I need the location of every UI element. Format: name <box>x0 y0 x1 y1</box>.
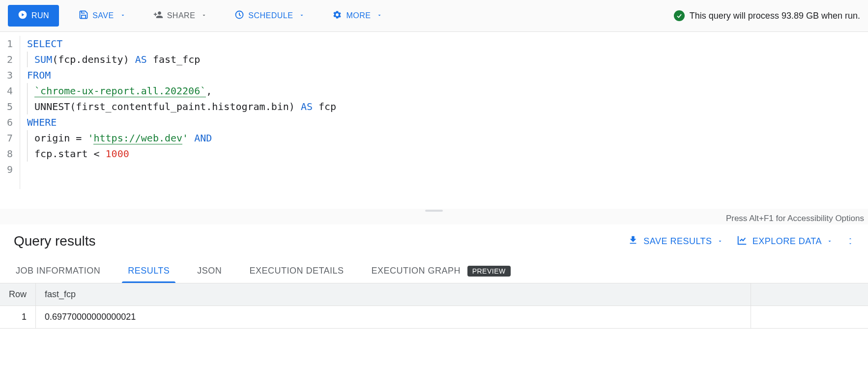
explore-data-label: EXPLORE DATA <box>752 236 822 247</box>
schedule-label: SCHEDULE <box>248 11 293 20</box>
table-header-cell: fast_fcp <box>36 283 751 306</box>
chevron-down-icon <box>827 236 833 247</box>
code-line: WHERE <box>27 114 868 130</box>
check-circle-icon <box>674 10 685 21</box>
more-button[interactable]: MORE <box>324 6 390 26</box>
query-status: This query will process 93.89 GB when ru… <box>674 10 860 21</box>
result-table: Rowfast_fcp 10.69770000000000021 <box>0 283 868 329</box>
run-button[interactable]: RUN <box>8 5 59 27</box>
chevron-down-icon <box>376 11 382 20</box>
explore-data-button[interactable]: EXPLORE DATA <box>737 235 833 248</box>
code-line: UNNEST(first_contentful_paint.histogram.… <box>27 99 868 114</box>
run-label: RUN <box>31 11 49 20</box>
line-gutter: 123456789 <box>0 36 20 189</box>
download-icon <box>628 235 638 248</box>
chevron-down-icon <box>201 11 207 20</box>
tab-job-information[interactable]: JOB INFORMATION <box>14 258 102 283</box>
person-add-icon <box>153 10 163 22</box>
code-line: origin = 'https://web.dev' AND <box>27 130 868 146</box>
table-header-row: Rowfast_fcp <box>0 283 868 306</box>
tab-execution-details[interactable]: EXECUTION DETAILS <box>247 258 346 283</box>
tab-execution-graph[interactable]: EXECUTION GRAPH PREVIEW <box>370 258 513 283</box>
save-button[interactable]: SAVE <box>71 6 134 26</box>
code-line: SUM(fcp.density) AS fast_fcp <box>27 52 868 67</box>
share-button[interactable]: SHARE <box>145 6 215 26</box>
table-body: 10.69770000000000021 <box>0 306 868 329</box>
save-results-button[interactable]: SAVE RESULTS <box>628 235 723 248</box>
toolbar: RUN SAVE SHARE SCHEDULE MORE <box>0 0 868 32</box>
code-line: fcp.start < 1000 <box>27 146 868 162</box>
chart-icon <box>737 235 748 248</box>
preview-badge: PREVIEW <box>467 266 511 277</box>
results-title: Query results <box>14 233 614 249</box>
gear-icon <box>332 10 342 22</box>
save-icon <box>79 10 88 22</box>
table-row: 10.69770000000000021 <box>0 306 868 329</box>
code-line: FROM <box>27 67 868 83</box>
code-line: `chrome-ux-report.all.202206`, <box>27 83 868 99</box>
pane-resize-handle[interactable] <box>0 209 868 213</box>
clock-icon <box>234 10 244 22</box>
tab-execution-graph-label: EXECUTION GRAPH <box>372 266 461 276</box>
play-icon <box>18 10 28 22</box>
table-cell: 0.69770000000000021 <box>36 306 751 329</box>
share-label: SHARE <box>167 11 196 20</box>
code-area[interactable]: SELECTSUM(fcp.density) AS fast_fcpFROM`c… <box>20 36 868 189</box>
expand-collapse-button[interactable] <box>846 236 854 246</box>
schedule-button[interactable]: SCHEDULE <box>227 6 313 26</box>
tab-results[interactable]: RESULTS <box>126 258 172 283</box>
status-text: This query will process 93.89 GB when ru… <box>690 11 860 21</box>
chevron-down-icon <box>299 11 305 20</box>
code-line: SELECT <box>27 36 868 52</box>
save-label: SAVE <box>92 11 114 20</box>
table-header-cell: Row <box>0 283 36 306</box>
accessibility-hint: Press Alt+F1 for Accessibility Options <box>0 213 868 224</box>
sql-editor[interactable]: 123456789 SELECTSUM(fcp.density) AS fast… <box>0 32 868 209</box>
chevron-down-icon <box>120 11 126 20</box>
table-cell: 1 <box>0 306 36 329</box>
results-header: Query results SAVE RESULTS EXPLORE DATA <box>0 224 868 258</box>
chevron-down-icon <box>717 236 723 247</box>
tab-json[interactable]: JSON <box>195 258 224 283</box>
results-tabs: JOB INFORMATION RESULTS JSON EXECUTION D… <box>0 258 868 283</box>
save-results-label: SAVE RESULTS <box>643 236 712 247</box>
more-label: MORE <box>346 11 371 20</box>
